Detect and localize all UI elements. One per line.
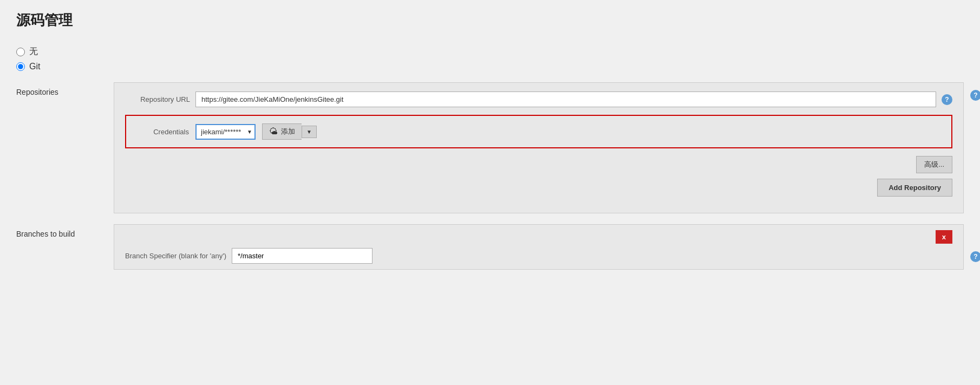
url-input[interactable] xyxy=(195,92,936,107)
remove-branch-button[interactable]: x xyxy=(936,230,952,244)
credentials-row: Credentials jiekami/****** - 无 - 🌤 添加 xyxy=(135,123,943,140)
add-dropdown-button[interactable]: ▼ xyxy=(302,126,317,138)
url-row: Repository URL ? xyxy=(125,92,952,107)
branch-specifier-row: Branch Specifier (blank for 'any') xyxy=(125,248,952,264)
url-help-icon[interactable]: ? xyxy=(942,94,952,105)
credentials-box: Credentials jiekami/****** - 无 - 🌤 添加 xyxy=(125,115,952,148)
action-row: 高级... xyxy=(125,156,952,173)
branches-help-icon[interactable]: ? xyxy=(970,251,980,262)
branch-specifier-label: Branch Specifier (blank for 'any') xyxy=(125,252,226,260)
add-repo-row: Add Repository xyxy=(125,179,952,197)
repositories-help-icon[interactable]: ? xyxy=(970,90,980,101)
advanced-button[interactable]: 高级... xyxy=(916,156,952,173)
repositories-section: Repositories Repository URL ? Credential… xyxy=(16,82,964,213)
page-title: 源码管理 xyxy=(16,11,964,30)
scm-none-label: 无 xyxy=(29,46,38,57)
add-button-label: 添加 xyxy=(281,127,295,136)
branches-content: x Branch Specifier (blank for 'any') xyxy=(114,224,964,270)
branch-specifier-input[interactable] xyxy=(232,248,373,264)
credentials-select-wrapper[interactable]: jiekami/****** - 无 - xyxy=(195,124,256,140)
cloud-icon: 🌤 xyxy=(269,127,278,136)
url-label: Repository URL xyxy=(125,95,190,103)
branches-section: Branches to build x Branch Specifier (bl… xyxy=(16,224,964,270)
add-repository-button[interactable]: Add Repository xyxy=(877,179,952,197)
branch-header-row: x xyxy=(125,230,952,244)
credentials-select[interactable]: jiekami/****** - 无 - xyxy=(195,124,256,140)
repositories-content: Repository URL ? Credentials jiekami/***… xyxy=(114,82,964,213)
branches-label: Branches to build xyxy=(16,224,114,238)
scm-git-radio[interactable] xyxy=(16,62,25,71)
scm-none-radio[interactable] xyxy=(16,48,25,56)
scm-option-none[interactable]: 无 xyxy=(16,46,964,57)
add-button-group: 🌤 添加 ▼ xyxy=(262,123,317,140)
scm-git-label: Git xyxy=(29,62,40,71)
repositories-label: Repositories xyxy=(16,82,114,96)
scm-option-git[interactable]: Git xyxy=(16,62,964,71)
add-credential-button[interactable]: 🌤 添加 xyxy=(262,123,302,140)
credentials-label: Credentials xyxy=(135,128,189,136)
